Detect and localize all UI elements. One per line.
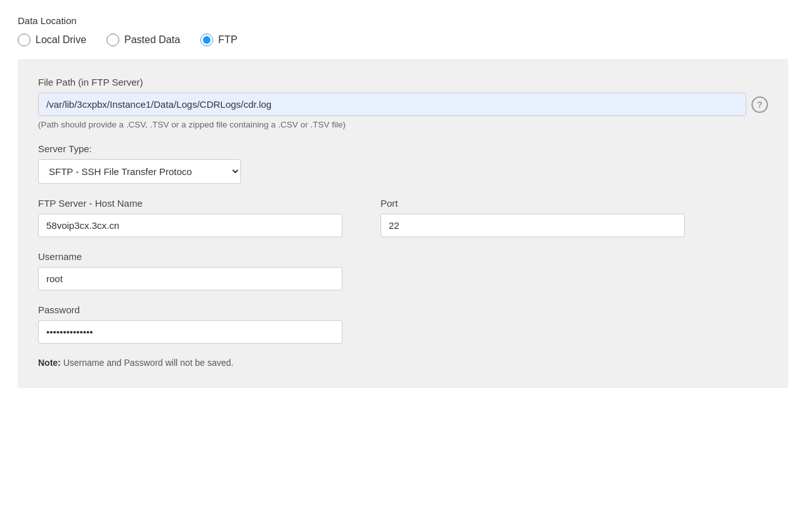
note-label: Note: bbox=[38, 358, 61, 368]
help-icon[interactable]: ? bbox=[751, 96, 768, 113]
radio-label-pasted-data: Pasted Data bbox=[124, 34, 180, 46]
server-type-group: Server Type: SFTP - SSH File Transfer Pr… bbox=[38, 143, 768, 184]
host-port-row: FTP Server - Host Name Port bbox=[38, 198, 768, 251]
data-location-section: Data Location Local Drive Pasted Data FT… bbox=[18, 15, 788, 46]
file-path-hint: (Path should provide a .CSV, .TSV or a z… bbox=[38, 120, 768, 129]
note-detail: Username and Password will not be saved. bbox=[61, 358, 233, 368]
radio-option-pasted-data[interactable]: Pasted Data bbox=[107, 34, 180, 46]
port-label: Port bbox=[380, 198, 685, 209]
radio-ftp[interactable] bbox=[200, 34, 213, 46]
ftp-host-input[interactable] bbox=[38, 214, 342, 237]
username-input[interactable] bbox=[38, 267, 342, 290]
radio-option-ftp[interactable]: FTP bbox=[200, 34, 237, 46]
file-path-group: File Path (in FTP Server) ? (Path should… bbox=[38, 77, 768, 129]
ftp-host-group: FTP Server - Host Name bbox=[38, 198, 342, 237]
radio-label-local-drive: Local Drive bbox=[36, 34, 86, 46]
radio-pasted-data[interactable] bbox=[107, 34, 119, 46]
note-row: Note: Username and Password will not be … bbox=[38, 358, 768, 368]
radio-local-drive[interactable] bbox=[18, 34, 30, 46]
radio-group: Local Drive Pasted Data FTP bbox=[18, 34, 788, 46]
radio-option-local-drive[interactable]: Local Drive bbox=[18, 34, 86, 46]
radio-label-ftp: FTP bbox=[218, 34, 237, 46]
password-group: Password bbox=[38, 304, 768, 344]
file-path-wrapper: ? bbox=[38, 93, 768, 116]
form-panel: File Path (in FTP Server) ? (Path should… bbox=[18, 59, 788, 388]
file-path-label: File Path (in FTP Server) bbox=[38, 77, 768, 88]
page-container: Data Location Local Drive Pasted Data FT… bbox=[0, 0, 806, 403]
password-label: Password bbox=[38, 304, 768, 315]
port-input[interactable] bbox=[380, 214, 685, 237]
file-path-input[interactable] bbox=[38, 93, 746, 116]
username-label: Username bbox=[38, 251, 768, 262]
server-type-select[interactable]: SFTP - SSH File Transfer Protoco FTP - F… bbox=[38, 159, 241, 184]
password-input[interactable] bbox=[38, 320, 342, 344]
server-type-label: Server Type: bbox=[38, 143, 768, 154]
section-title: Data Location bbox=[18, 15, 788, 26]
port-group: Port bbox=[380, 198, 685, 237]
ftp-host-label: FTP Server - Host Name bbox=[38, 198, 342, 209]
username-group: Username bbox=[38, 251, 768, 290]
